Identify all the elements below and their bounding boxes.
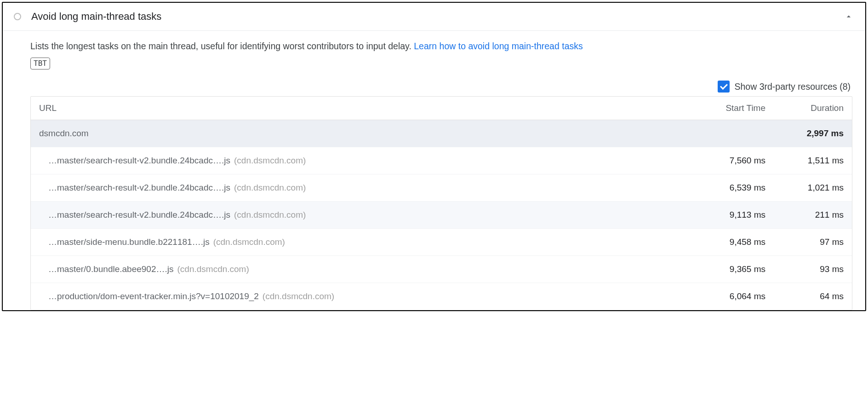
audit-title: Avoid long main-thread tasks (31, 11, 842, 23)
url-host: (cdn.dsmcdn.com) (234, 183, 306, 192)
table-row[interactable]: …master/side-menu.bundle.b221181….js(cdn… (31, 228, 852, 255)
third-party-filter[interactable]: Show 3rd-party resources (8) (30, 81, 852, 93)
table-row[interactable]: …master/search-result-v2.bundle.24bcadc…… (31, 201, 852, 228)
duration: 1,021 ms (765, 183, 844, 193)
url-path: …master/search-result-v2.bundle.24bcadc…… (48, 210, 230, 220)
url-cell: …master/side-menu.bundle.b221181….js(cdn… (48, 237, 687, 247)
audit-header[interactable]: Avoid long main-thread tasks (3, 3, 865, 31)
url-host: (cdn.dsmcdn.com) (263, 291, 334, 301)
group-row[interactable]: dsmcdn.com 2,997 ms (31, 120, 852, 147)
audit-description: Lists the longest tasks on the main thre… (30, 39, 852, 53)
col-url: URL (39, 103, 687, 113)
audit-panel: Avoid long main-thread tasks Lists the l… (2, 2, 866, 311)
col-start-time: Start Time (687, 103, 765, 113)
start-time: 9,458 ms (687, 237, 765, 247)
table-row[interactable]: …master/search-result-v2.bundle.24bcadc…… (31, 147, 852, 174)
group-name: dsmcdn.com (39, 128, 687, 139)
table-row[interactable]: …master/search-result-v2.bundle.24bcadc…… (31, 174, 852, 201)
table-row[interactable]: …production/dom-event-tracker.min.js?v=1… (31, 283, 852, 310)
start-time: 9,365 ms (687, 264, 765, 274)
duration: 211 ms (765, 210, 844, 220)
url-path: …production/dom-event-tracker.min.js?v=1… (48, 291, 259, 301)
url-cell: …production/dom-event-tracker.min.js?v=1… (48, 291, 687, 301)
duration: 1,511 ms (765, 156, 844, 166)
start-time: 6,064 ms (687, 291, 765, 301)
url-cell: …master/search-result-v2.bundle.24bcadc…… (48, 183, 687, 193)
start-time: 6,539 ms (687, 183, 765, 193)
col-duration: Duration (765, 103, 844, 113)
url-host: (cdn.dsmcdn.com) (213, 237, 285, 247)
url-host: (cdn.dsmcdn.com) (177, 264, 249, 274)
third-party-filter-label: Show 3rd-party resources (8) (734, 81, 851, 92)
start-time: 9,113 ms (687, 210, 765, 220)
chevron-up-icon[interactable] (842, 10, 855, 23)
table-row[interactable]: …master/0.bundle.abee902….js(cdn.dsmcdn.… (31, 255, 852, 283)
audit-description-text: Lists the longest tasks on the main thre… (30, 41, 414, 51)
group-total: 2,997 ms (765, 128, 844, 139)
url-path: …master/side-menu.bundle.b221181….js (48, 237, 210, 247)
url-path: …master/search-result-v2.bundle.24bcadc…… (48, 156, 230, 165)
tasks-table: URL Start Time Duration dsmcdn.com 2,997… (30, 96, 852, 310)
url-cell: …master/0.bundle.abee902….js(cdn.dsmcdn.… (48, 264, 687, 274)
metric-tag: TBT (30, 58, 50, 70)
url-cell: …master/search-result-v2.bundle.24bcadc…… (48, 210, 687, 220)
learn-more-link[interactable]: Learn how to avoid long main-thread task… (414, 41, 582, 51)
url-host: (cdn.dsmcdn.com) (234, 156, 306, 165)
url-path: …master/0.bundle.abee902….js (48, 264, 174, 274)
url-cell: …master/search-result-v2.bundle.24bcadc…… (48, 156, 687, 166)
duration: 64 ms (765, 291, 844, 301)
url-path: …master/search-result-v2.bundle.24bcadc…… (48, 183, 230, 192)
status-ring-icon (14, 13, 21, 20)
checkbox-checked-icon[interactable] (718, 81, 730, 93)
table-header: URL Start Time Duration (31, 97, 852, 120)
start-time: 7,560 ms (687, 156, 765, 166)
url-host: (cdn.dsmcdn.com) (234, 210, 306, 220)
audit-body: Lists the longest tasks on the main thre… (3, 31, 865, 310)
duration: 97 ms (765, 237, 844, 247)
duration: 93 ms (765, 264, 844, 274)
